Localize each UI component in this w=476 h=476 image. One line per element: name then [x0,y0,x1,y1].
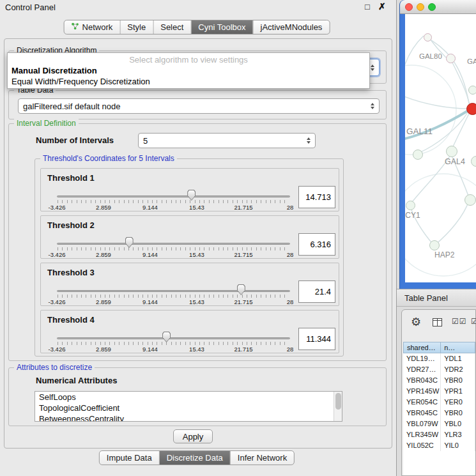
tab-jactivemnodules[interactable]: jActiveMNodules [254,20,330,34]
threshold-slider-thumb[interactable] [162,332,171,342]
network-window-titlebar[interactable] [400,0,476,14]
tick-label: 2.859 [96,298,111,305]
minimize-traffic-light-icon[interactable] [417,3,424,11]
cell[interactable]: YBL0 [441,418,475,429]
list-item-betweennesscentrality[interactable]: BetweennessCentrality [35,413,342,422]
cell[interactable]: YIL052C [403,440,441,451]
list-item-topologicalcoefficient[interactable]: TopologicalCoefficient [35,403,342,413]
network-node[interactable] [413,150,423,160]
tick-label: 2.859 [96,346,111,353]
column-header-shared-name[interactable]: shared… [403,342,441,353]
threshold-slider-thumb[interactable] [125,237,134,248]
threshold-1-label: Threshold 1 [47,173,95,183]
list-item-selfloops[interactable]: SelfLoops [35,392,342,403]
tick-label: 2.859 [96,251,111,258]
slider-track[interactable] [57,243,290,245]
network-node[interactable] [424,33,432,42]
close-traffic-light-icon[interactable] [405,3,413,11]
cell[interactable]: YBR043C [403,375,441,386]
column-header-name[interactable]: n… [441,342,475,353]
float-window-icon[interactable]: □ [365,2,370,12]
gear-icon[interactable]: ⚙ [411,315,421,329]
tick-label: 21.715 [234,298,252,305]
algorithm-option-equal-width[interactable]: Equal Width/Frequency Discretization [8,76,369,87]
cell[interactable]: YLR3 [441,429,475,440]
cell[interactable]: YPR145W [403,386,441,397]
network-node[interactable] [406,201,415,210]
table-row[interactable]: YER054CYER0 [403,397,475,408]
table-panel-titlebar[interactable]: Table Panel [397,289,476,307]
tick-label: 28 [287,298,294,305]
tab-select[interactable]: Select [153,20,191,34]
zoom-traffic-light-icon[interactable] [428,3,436,11]
cell[interactable]: YDL19… [403,353,441,364]
node-label-gal4: GAL4 [445,157,465,166]
threshold-slider-thumb[interactable] [237,284,245,295]
slider-track[interactable] [57,196,290,197]
threshold-3-slider[interactable]: -3.426 2.859 9.144 15.43 21.715 28 [57,284,290,305]
slider-track[interactable] [57,337,290,339]
table-row[interactable]: YDR27…YDR2 [403,364,475,375]
table-row[interactable]: YDL19…YDL1 [403,353,475,364]
tab-style[interactable]: Style [120,20,153,34]
columns-icon[interactable] [433,318,442,329]
tick-label: 28 [287,204,294,211]
threshold-4-slider[interactable]: -3.426 2.859 9.144 15.43 21.715 28 [57,331,290,353]
cell[interactable]: YBR0 [441,408,475,418]
cell[interactable]: YDR2 [441,364,475,375]
select-columns-checkboxes-icon[interactable]: ☑☑ [471,317,476,326]
threshold-3-value-field[interactable]: 21.4 [298,280,335,303]
threshold-3-box: Threshold 3 -3.426 2.859 9.144 15.43 21.… [40,263,339,306]
threshold-1-value-field[interactable]: 14.713 [298,186,335,208]
apply-button[interactable]: Apply [173,429,213,443]
cell[interactable]: YBR0 [441,375,475,386]
network-node[interactable] [429,240,440,250]
cell[interactable]: YPR1 [441,386,475,397]
tab-impute-data[interactable]: Impute Data [100,451,160,464]
number-of-intervals-combobox[interactable]: 5 [138,133,316,148]
tab-cyni-toolbox[interactable]: Cyni Toolbox [191,20,253,34]
table-row[interactable]: YBL079WYBL0 [403,418,475,429]
table-row[interactable]: YBR045CYBR0 [403,408,475,418]
number-of-intervals-label: Number of Intervals [36,135,114,145]
network-node[interactable] [464,194,476,206]
select-rows-checkboxes-icon[interactable]: ☑☑ [452,317,467,326]
table-row[interactable]: YLR345WYLR3 [403,429,475,440]
network-node[interactable] [468,86,476,95]
slider-track[interactable] [57,290,290,292]
cell[interactable]: YER0 [441,397,475,408]
threshold-2-slider[interactable]: -3.426 2.859 9.144 15.43 21.715 28 [57,236,290,258]
cell[interactable]: YBR045C [403,408,441,418]
attributes-list-scrollbar[interactable] [334,392,342,421]
threshold-4-value-field[interactable]: 11.344 [298,328,335,350]
table-row[interactable]: YBR043CYBR0 [403,375,475,386]
table-data-combobox[interactable]: galFiltered.sif default node [18,98,380,114]
node-label-hap2: HAP2 [434,250,454,259]
tab-select-label: Select [160,22,183,32]
threshold-slider-thumb[interactable] [187,190,196,201]
cell[interactable]: YER054C [403,397,441,408]
cell[interactable]: YDR27… [403,364,441,375]
table-row[interactable]: YIL052CYIL0 [403,440,475,451]
algorithm-option-manual[interactable]: Manual Discretization [8,65,369,76]
tab-network[interactable]: Network [65,20,121,34]
node-table: shared… n… YDL19…YDL1 YDR27…YDR2 YBR043C… [403,342,475,475]
threshold-1-slider[interactable]: -3.426 2.859 9.144 15.43 21.715 28 [57,189,290,211]
threshold-2-value-field[interactable]: 6.316 [298,233,335,256]
tab-infer-network[interactable]: Infer Network [231,451,294,464]
table-row[interactable]: YPR145WYPR1 [403,386,475,397]
tab-discretize-data[interactable]: Discretize Data [160,451,231,464]
interval-definition-title: Interval Definition [14,119,79,128]
cell[interactable]: YBL079W [403,418,441,429]
network-canvas[interactable]: GAL80 GA GAL11 GAL4 GCY1 HAP2 [405,14,476,282]
combo-stepper-icon [307,137,311,144]
network-node[interactable] [446,146,457,157]
scrollbar-thumb[interactable] [335,393,341,410]
cell[interactable]: YLR345W [403,429,441,440]
cell[interactable]: YIL0 [441,440,475,451]
network-node[interactable] [446,54,456,63]
close-panel-icon[interactable]: ✗ [378,1,386,12]
cell[interactable]: YDL1 [441,353,475,364]
network-node-selected-red[interactable] [466,103,476,115]
tick-label: 28 [287,251,294,258]
